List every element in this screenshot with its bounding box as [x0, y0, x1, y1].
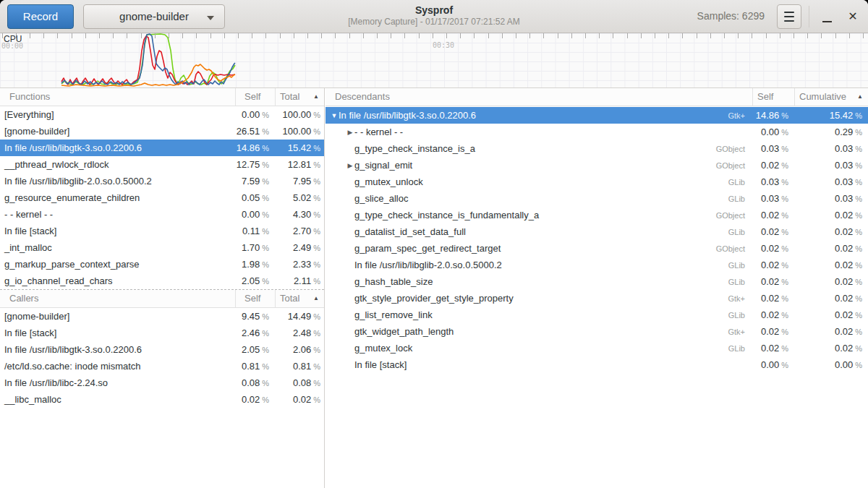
table-row[interactable]: g_hash_table_size GLib 0.02% 0.02% — [326, 273, 868, 290]
function-name: __libc_malloc — [0, 394, 235, 405]
table-row[interactable]: In file /usr/lib/libgtk-3.so.0.2200.6 2.… — [0, 341, 324, 358]
table-row[interactable]: gtk_widget_path_length Gtk+ 0.02% 0.02% — [326, 323, 868, 340]
column-self[interactable]: Self — [235, 290, 275, 308]
column-total[interactable]: Total ▲ — [275, 290, 324, 308]
headerbar-separator — [809, 6, 809, 27]
function-name: ▶ - - kernel - - — [326, 127, 694, 137]
expander-icon[interactable]: ▶ — [346, 162, 354, 169]
cumulative-percent: 0.02% — [794, 276, 868, 287]
table-row[interactable]: [gnome-builder] 9.45% 14.49% — [0, 308, 324, 325]
menu-button[interactable] — [777, 4, 801, 29]
self-percent: 0.02% — [752, 343, 794, 354]
callers-rows: [gnome-builder] 9.45% 14.49% In file [st… — [0, 308, 324, 408]
expander-icon[interactable]: ▼ — [330, 112, 339, 119]
column-self[interactable]: Self — [752, 88, 794, 106]
total-percent: 2.48% — [275, 328, 324, 338]
library-badge: GLib — [694, 194, 752, 203]
cumulative-percent: 0.03% — [794, 143, 868, 154]
total-percent: 12.81% — [275, 159, 324, 170]
time-label-start: 00:00 — [1, 42, 23, 50]
close-button[interactable]: ✕ — [841, 4, 864, 29]
table-row[interactable]: g_io_channel_read_chars 2.05% 2.11% — [0, 273, 324, 289]
table-row[interactable]: g_resource_enumerate_children 0.05% 5.02… — [0, 189, 324, 206]
hamburger-icon — [784, 12, 794, 13]
descendants-table: Descendants Self Cumulative ▲ ▼ In file … — [326, 88, 868, 373]
table-row[interactable]: [gnome-builder] 26.51% 100.00% — [0, 123, 324, 140]
column-cumulative[interactable]: Cumulative ▲ — [794, 88, 868, 106]
table-row[interactable]: In file /usr/lib/libglib-2.0.so.0.5000.2… — [0, 173, 324, 189]
column-descendants[interactable]: Descendants — [326, 88, 752, 106]
self-percent: 1.70% — [235, 242, 275, 253]
column-callers[interactable]: Callers — [0, 290, 235, 308]
table-row[interactable]: In file /usr/lib/libgtk-3.so.0.2200.6 14… — [0, 140, 324, 156]
self-percent: 0.00% — [752, 127, 794, 137]
record-button[interactable]: Record — [7, 4, 74, 29]
table-row[interactable]: g_mutex_unlock GLib 0.03% 0.03% — [326, 174, 868, 190]
table-row[interactable]: In file /usr/lib/libglib-2.0.so.0.5000.2… — [326, 257, 868, 273]
self-percent: 2.05% — [235, 275, 275, 286]
function-name: In file /usr/lib/libglib-2.0.so.0.5000.2 — [0, 176, 235, 187]
table-row[interactable]: g_markup_parse_context_parse 1.98% 2.33% — [0, 256, 324, 273]
table-row[interactable]: - - kernel - - 0.00% 4.30% — [0, 206, 324, 223]
table-row[interactable]: ▶ g_signal_emit GObject 0.02% 0.03% — [326, 157, 868, 174]
library-badge: GObject — [694, 244, 752, 253]
self-percent: 0.03% — [752, 176, 794, 187]
table-row[interactable]: g_type_check_instance_is_a GObject 0.03%… — [326, 140, 868, 157]
self-percent: 0.02% — [752, 226, 794, 237]
library-badge: GLib — [694, 178, 752, 187]
expander-icon[interactable]: ▶ — [346, 129, 354, 136]
table-row[interactable]: _int_malloc 1.70% 2.49% — [0, 239, 324, 256]
table-row[interactable]: g_list_remove_link GLib 0.02% 0.02% — [326, 307, 868, 323]
table-row[interactable]: ▼ In file /usr/lib/libgtk-3.so.0.2200.6 … — [326, 107, 868, 124]
process-selector[interactable]: gnome-builder — [83, 4, 225, 29]
function-name: g_mutex_lock — [326, 343, 694, 354]
library-badge: GLib — [694, 278, 752, 286]
cumulative-percent: 0.02% — [794, 210, 868, 221]
sort-ascending-icon: ▲ — [857, 88, 863, 106]
self-percent: 2.46% — [235, 328, 275, 338]
library-badge: GObject — [694, 211, 752, 220]
right-pane: Descendants Self Cumulative ▲ ▼ In file … — [326, 88, 868, 488]
table-row[interactable]: g_datalist_id_set_data_full GLib 0.02% 0… — [326, 223, 868, 240]
self-percent: 7.59% — [235, 176, 275, 187]
minimize-button[interactable] — [815, 4, 838, 29]
column-total[interactable]: Total ▲ — [275, 88, 324, 106]
function-name: /etc/ld.so.cache: inode mismatch — [0, 361, 235, 372]
table-row[interactable]: In file [stack] 2.46% 2.48% — [0, 325, 324, 341]
table-row[interactable]: __pthread_rwlock_rdlock 12.75% 12.81% — [0, 156, 324, 173]
function-name: In file [stack] — [0, 328, 235, 338]
table-row[interactable]: ▶ - - kernel - - 0.00% 0.29% — [326, 124, 868, 140]
total-percent: 5.02% — [275, 192, 324, 203]
cpu-graph[interactable]: CPU 00:00 00:30 — [0, 33, 868, 88]
total-percent: 0.02% — [275, 394, 324, 405]
table-row[interactable]: g_slice_alloc GLib 0.03% 0.03% — [326, 190, 868, 207]
function-name: In file [stack] — [326, 359, 694, 370]
function-name: ▶ g_signal_emit — [326, 160, 694, 171]
table-row[interactable]: [Everything] 0.00% 100.00% — [0, 106, 324, 123]
cumulative-percent: 0.02% — [794, 243, 868, 254]
table-row[interactable]: __libc_malloc 0.02% 0.02% — [0, 391, 324, 408]
table-row[interactable]: g_param_spec_get_redirect_target GObject… — [326, 240, 868, 257]
library-badge: GLib — [694, 228, 752, 236]
column-functions[interactable]: Functions — [0, 88, 235, 106]
cumulative-percent: 0.03% — [794, 193, 868, 204]
self-percent: 0.02% — [752, 293, 794, 304]
table-row[interactable]: In file [stack] 0.00% 0.00% — [326, 356, 868, 373]
table-row[interactable]: In file [stack] 0.11% 2.70% — [0, 223, 324, 239]
self-percent: 0.02% — [752, 260, 794, 270]
function-name: g_datalist_id_set_data_full — [326, 226, 694, 237]
table-row[interactable]: g_type_check_instance_is_fundamentally_a… — [326, 207, 868, 223]
callers-table: Callers Self Total ▲ [gnome-builder] 9.4… — [0, 290, 324, 408]
library-badge: GLib — [694, 344, 752, 353]
self-percent: 12.75% — [235, 159, 275, 170]
table-row[interactable]: gtk_style_provider_get_style_property Gt… — [326, 290, 868, 307]
column-self[interactable]: Self — [235, 88, 275, 106]
function-name: g_param_spec_get_redirect_target — [326, 243, 694, 254]
library-badge: GLib — [694, 261, 752, 270]
process-selector-label: gnome-builder — [119, 5, 189, 28]
table-row[interactable]: g_mutex_lock GLib 0.02% 0.02% — [326, 340, 868, 356]
time-label-mid: 00:30 — [433, 41, 454, 49]
table-row[interactable]: /etc/ld.so.cache: inode mismatch 0.81% 0… — [0, 358, 324, 374]
table-row[interactable]: In file /usr/lib/libc-2.24.so 0.08% 0.08… — [0, 374, 324, 391]
self-percent: 0.00% — [235, 109, 275, 120]
